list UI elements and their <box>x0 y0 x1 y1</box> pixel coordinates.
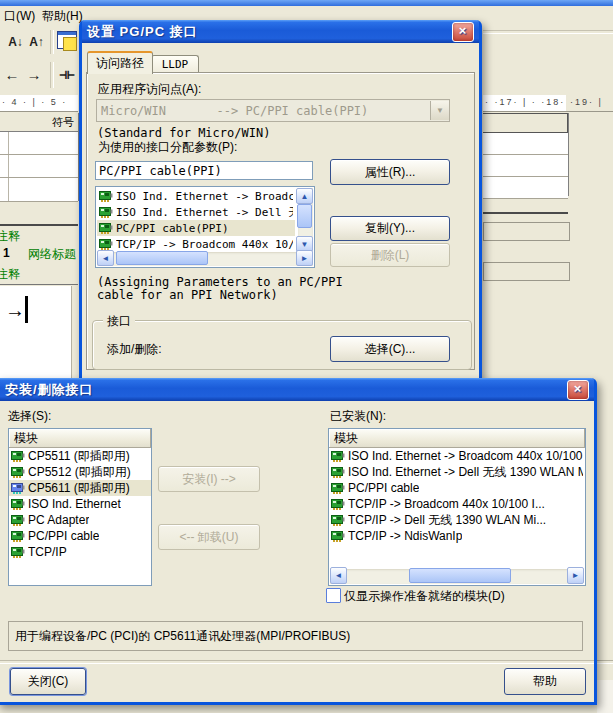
list-item-label: CP5611 (即插即用) <box>28 480 130 496</box>
select-button[interactable]: 选择(C)... <box>330 336 450 362</box>
network-card-icon <box>331 483 345 494</box>
access-point-combo[interactable]: Micro/WIN --> PC/PPI cable(PPI) ▼ <box>96 99 450 122</box>
access-point-value: Micro/WIN --> PC/PPI cable(PPI) <box>97 104 430 118</box>
list-item-label: ISO Ind. Ethernet -> Broadcom 440x 10/10… <box>348 449 583 463</box>
assigning-note: (Assigning Parameters to an PC/PPI cable… <box>97 276 343 302</box>
table-row[interactable] <box>483 155 568 177</box>
list-item[interactable]: CP5511 (即插即用) <box>9 448 151 464</box>
install-button[interactable]: 安装(I) --> <box>158 466 260 492</box>
module-column-header[interactable]: 模块 <box>329 429 585 448</box>
properties-button[interactable]: 属性(R)... <box>330 159 450 185</box>
list-item-label: TCP/IP -> NdisWanIp <box>348 529 462 543</box>
list-item[interactable]: ISO Ind. Ethernet -> Broadco <box>97 188 295 204</box>
list-item[interactable]: PC/PPI cable(PPI) <box>97 220 295 236</box>
symbol-header-label: 符号 <box>52 115 74 130</box>
delete-button[interactable]: 删除(L) <box>330 243 450 267</box>
sort-descending-icon[interactable]: A↓ <box>6 32 25 52</box>
arrow-right-icon[interactable]: → <box>24 64 44 84</box>
tab-label: LLDP <box>162 58 189 71</box>
button-label: 关闭(C) <box>28 673 69 690</box>
ladder-editor-canvas[interactable]: → <box>0 286 72 378</box>
symbol-column-header[interactable]: 符号 <box>0 113 78 132</box>
cascade-window-icon[interactable] <box>57 31 77 49</box>
params-input[interactable] <box>95 161 313 180</box>
list-item[interactable]: ISO Ind. Ethernet -> Broadcom 440x 10/10… <box>329 448 585 464</box>
list-item[interactable]: TCP/IP -> Broadcom 440x 10/100 I... <box>329 496 585 512</box>
show-ready-modules-label: 仅显示操作准备就绪的模块(D) <box>344 588 505 605</box>
help-button[interactable]: 帮助 <box>504 668 586 695</box>
table-row[interactable] <box>483 133 568 155</box>
list-item[interactable]: ISO Ind. Ethernet -> Dell 无 <box>97 204 295 220</box>
list-item-label: CP5512 (即插即用) <box>28 464 131 480</box>
vertical-scroll-thumb[interactable] <box>297 204 312 228</box>
module-description: 用于编程设备/PC (PCI)的 CP5611通讯处理器(MPI/PROFIBU… <box>15 628 350 645</box>
network-card-icon <box>11 483 25 494</box>
list-item[interactable]: TCP/IP -> Broadcom 440x 10/1 <box>97 236 295 250</box>
cascade-window-page <box>63 37 77 51</box>
menu-item-help[interactable]: 帮助(H) <box>42 8 83 25</box>
tab-label: 访问路径 <box>96 55 144 72</box>
list-item-label: TCP/IP -> Broadcom 440x 10/100 I... <box>348 497 545 511</box>
table-row[interactable] <box>0 155 78 178</box>
scroll-up-icon[interactable]: ▲ <box>296 188 313 204</box>
contact-icon[interactable]: ⊣⊢ <box>56 64 78 84</box>
dialog-titlebar[interactable]: 设置 PG/PC 接口 × <box>82 20 479 43</box>
show-ready-modules-checkbox[interactable] <box>326 588 341 603</box>
list-item[interactable]: TCP/IP <box>9 544 151 560</box>
menu-item-window[interactable]: 口(W) <box>4 8 35 25</box>
close-icon[interactable]: × <box>452 22 474 42</box>
select-label: 选择(S): <box>8 408 51 425</box>
program-comment-bottom[interactable]: 注释 <box>0 266 20 283</box>
list-item[interactable]: TCP/IP -> Dell 无线 1390 WLAN Mi... <box>329 512 585 528</box>
symbol-column-header[interactable] <box>483 113 568 133</box>
uninstall-button[interactable]: <-- 卸载(U) <box>158 524 260 550</box>
table-row[interactable] <box>0 178 78 202</box>
button-label: 安装(I) --> <box>182 471 236 488</box>
horizontal-scroll-thumb[interactable] <box>409 568 511 583</box>
chevron-down-icon[interactable]: ▼ <box>430 101 449 120</box>
list-item[interactable]: PC/PPI cable <box>9 528 151 544</box>
scroll-left-icon[interactable]: ◄ <box>97 250 114 266</box>
scroll-left-icon[interactable]: ◄ <box>330 567 347 584</box>
tab-access-path[interactable]: 访问路径 <box>87 51 153 74</box>
copy-button[interactable]: 复制(Y)... <box>330 216 450 241</box>
ruler-ticks: · 4 · | · 5 · <box>2 95 67 110</box>
add-remove-label: 添加/删除: <box>107 341 162 358</box>
list-item-label: TCP/IP <box>28 545 67 559</box>
network-card-icon <box>11 451 25 462</box>
dialog-titlebar[interactable]: 安装/删除接口 × <box>0 378 594 401</box>
sort-ascending-icon[interactable]: A↑ <box>27 32 46 52</box>
list-item-label: ISO Ind. Ethernet <box>28 497 121 511</box>
window-bottom-groove <box>597 660 613 664</box>
network-card-icon <box>11 547 25 558</box>
list-item[interactable]: TCP/IP -> NdisWanIp <box>329 528 585 544</box>
list-item[interactable]: CP5611 (即插即用) <box>9 480 151 496</box>
close-button[interactable]: 关闭(C) <box>10 668 86 695</box>
list-item[interactable]: PC Adapter <box>9 512 151 528</box>
network-row[interactable]: 1 网络标题 <box>0 246 78 263</box>
table-row[interactable] <box>0 132 78 155</box>
ladder-cursor-icon: → <box>5 296 28 323</box>
program-comment-top[interactable]: 注释 <box>0 228 20 245</box>
footer-separator <box>0 660 594 664</box>
access-point-label: 应用程序访问点(A): <box>98 81 201 98</box>
horizontal-scroll-thumb[interactable] <box>116 251 208 265</box>
module-column-header[interactable]: 模块 <box>9 429 151 448</box>
list-item-label: PC Adapter <box>28 513 89 527</box>
editor-separator-thin <box>0 284 78 285</box>
arrow-left-icon[interactable]: ← <box>2 64 22 84</box>
close-icon[interactable]: × <box>567 380 589 400</box>
list-item[interactable]: ISO Ind. Ethernet <box>9 496 151 512</box>
scroll-right-icon[interactable]: ► <box>296 250 313 266</box>
list-item[interactable]: PC/PPI cable <box>329 480 585 496</box>
list-item-label: TCP/IP -> Dell 无线 1390 WLAN Mi... <box>348 512 546 528</box>
table-row[interactable] <box>483 177 568 199</box>
list-item[interactable]: CP5512 (即插即用) <box>9 464 151 480</box>
list-item[interactable]: ISO Ind. Ethernet -> Dell 无线 1390 WLAN M… <box>329 464 585 480</box>
editor-separator-right <box>483 212 568 214</box>
network-card-icon <box>331 451 345 462</box>
button-label: <-- 卸载(U) <box>180 529 239 546</box>
available-modules-listbox: 模块 CP5511 (即插即用) CP5512 (即插即用) CP5611 (即… <box>8 428 152 586</box>
tab-lldp[interactable]: LLDP <box>151 55 199 73</box>
scroll-right-icon[interactable]: ► <box>567 567 584 584</box>
